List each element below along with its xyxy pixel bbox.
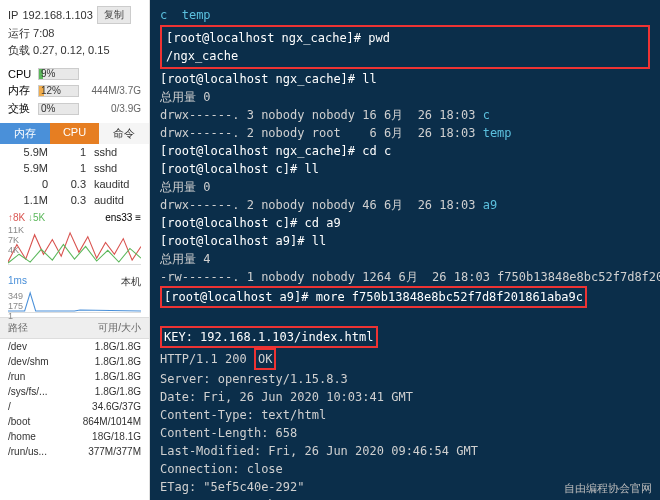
menu-icon[interactable]: ≡ [135, 212, 141, 223]
status-highlight: OK [254, 348, 276, 370]
disk-list: /dev1.8G/1.8G /dev/shm1.8G/1.8G /run1.8G… [0, 339, 149, 500]
ip-label: IP [8, 9, 18, 21]
proc-row[interactable]: 5.9M1sshd [0, 160, 149, 176]
disk-row[interactable]: /run1.8G/1.8G [0, 369, 149, 384]
ip-value: 192.168.1.103 [22, 9, 92, 21]
proc-row[interactable]: 00.3kauditd [0, 176, 149, 192]
tab-cmd[interactable]: 命令 [99, 123, 149, 144]
process-list: 5.9M1sshd 5.9M1sshd 00.3kauditd 1.1M0.3a… [0, 144, 149, 208]
sidebar: IP 192.168.1.103 复制 运行 7:08 负载 0.27, 0.1… [0, 0, 150, 500]
disk-row[interactable]: /sys/fs/...1.8G/1.8G [0, 384, 149, 399]
ping-sparkline [8, 291, 141, 312]
load-value: 0.27, 0.12, 0.15 [33, 44, 109, 56]
disk-row[interactable]: /34.6G/37G [0, 399, 149, 414]
tab-mem[interactable]: 内存 [0, 123, 50, 144]
swap-gauge[interactable]: 交换 0% 0/3.9G [8, 101, 141, 116]
uptime-label: 运行 [8, 27, 30, 39]
system-info: IP 192.168.1.103 复制 运行 7:08 负载 0.27, 0.1… [0, 0, 149, 64]
disk-row[interactable]: /run/us...377M/377M [0, 444, 149, 459]
disk-row[interactable]: /dev/shm1.8G/1.8G [0, 354, 149, 369]
proc-tabs: 内存 CPU 命令 [0, 123, 149, 144]
tab-cpu[interactable]: CPU [50, 123, 100, 144]
disk-row[interactable]: /dev1.8G/1.8G [0, 339, 149, 354]
proc-row[interactable]: 5.9M1sshd [0, 144, 149, 160]
cpu-gauge[interactable]: CPU 9% [8, 68, 141, 80]
copy-button[interactable]: 复制 [97, 6, 131, 24]
more-cmd-highlight: [root@localhost a9]# more f750b13848e8bc… [160, 286, 587, 308]
net-sparkline [8, 225, 141, 264]
ping-chart: 1ms本机 3491751 [0, 269, 149, 317]
gauges: CPU 9% 内存 12% 444M/3.7G 交换 0% 0/3.9G [0, 64, 149, 123]
pwd-highlight: [root@localhost ngx_cache]# pwd /ngx_cac… [160, 25, 650, 69]
disk-row[interactable]: /boot864M/1014M [0, 414, 149, 429]
mem-gauge[interactable]: 内存 12% 444M/3.7G [8, 83, 141, 98]
key-highlight: KEY: 192.168.1.103/index.html [160, 326, 378, 348]
uptime-value: 7:08 [33, 27, 54, 39]
terminal[interactable]: c temp [root@localhost ngx_cache]# pwd /… [150, 0, 660, 500]
net-chart: ↑8K ↓5K ens33 ≡ 11K7K4K [0, 208, 149, 269]
load-label: 负载 [8, 44, 30, 56]
disk-row[interactable]: /home18G/18.1G [0, 429, 149, 444]
proc-row[interactable]: 1.1M0.3auditd [0, 192, 149, 208]
watermark: 自由编程协会官网 [564, 480, 652, 497]
